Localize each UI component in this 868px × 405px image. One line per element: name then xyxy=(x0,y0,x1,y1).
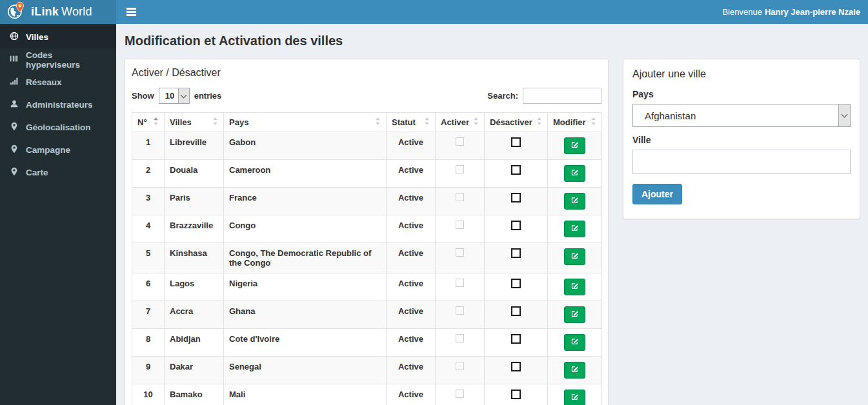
desactiver-checkbox[interactable] xyxy=(511,165,521,175)
modifier-button[interactable] xyxy=(564,390,585,405)
sidebar-item-label: Réseaux xyxy=(26,77,62,87)
edit-pencil-icon xyxy=(570,393,579,403)
sidebar-item-reseaux[interactable]: Réseaux xyxy=(0,71,116,94)
ajouter-ville-panel: Ajouter une ville Pays Afghanistan Ville… xyxy=(623,59,860,219)
brand-title: iLinkWorld xyxy=(31,5,92,19)
desactiver-checkbox[interactable] xyxy=(511,362,521,371)
desactiver-checkbox[interactable] xyxy=(511,334,521,344)
row-num: 8 xyxy=(132,329,165,357)
column-header-statut[interactable]: Statut xyxy=(387,113,436,132)
row-num: 1 xyxy=(132,132,165,160)
sidebar-item-label: Administrateurs xyxy=(26,100,93,110)
edit-pencil-icon xyxy=(570,365,579,375)
panel-title: Ajouter une ville xyxy=(632,68,851,80)
activer-desactiver-panel: Activer / Désactiver Show 10 entries xyxy=(125,59,609,405)
map-marker-icon xyxy=(10,167,19,178)
brand-link[interactable]: $ iLinkWorld xyxy=(0,0,116,24)
desactiver-checkbox[interactable] xyxy=(511,193,521,202)
row-ville: Lagos xyxy=(165,273,224,301)
row-statut: Active xyxy=(387,301,436,329)
desactiver-checkbox[interactable] xyxy=(511,279,521,288)
table-row: 1 Libreville Gabon Active xyxy=(132,132,602,160)
pays-select[interactable]: Afghanistan xyxy=(632,104,851,127)
sidebar-item-campagne[interactable]: Campagne xyxy=(0,139,116,161)
row-ville: Bamako xyxy=(165,384,224,405)
ajouter-button[interactable]: Ajouter xyxy=(632,184,682,204)
column-header-pays[interactable]: Pays xyxy=(224,113,387,132)
search-label: Search: xyxy=(487,91,518,101)
sort-icon xyxy=(536,117,542,127)
sidebar-item-villes[interactable]: Villes xyxy=(0,26,116,48)
desactiver-checkbox[interactable] xyxy=(511,221,521,230)
row-pays: Mali xyxy=(224,384,387,405)
sidebar-item-administrateurs[interactable]: Administrateurs xyxy=(0,94,116,116)
sort-icon xyxy=(375,117,381,127)
desactiver-checkbox[interactable] xyxy=(511,306,521,316)
activer-checkbox xyxy=(456,248,464,257)
row-statut: Active xyxy=(387,160,436,188)
search-input[interactable] xyxy=(523,88,601,104)
modifier-button[interactable] xyxy=(564,362,585,379)
column-header-activer[interactable]: Activer xyxy=(436,113,485,132)
welcome-message: BienvenueHanry Jean-pierre Nzale xyxy=(722,7,860,17)
table-row: 8 Abidjan Cote d'Ivoire Active xyxy=(132,329,602,357)
globe-icon xyxy=(10,32,19,43)
desactiver-checkbox[interactable] xyxy=(511,248,521,258)
modifier-button[interactable] xyxy=(564,279,585,295)
row-num: 7 xyxy=(132,301,165,329)
top-header: $ iLinkWorld BienvenueHanry Jean-pierre … xyxy=(0,0,868,24)
row-ville: Douala xyxy=(165,160,224,188)
edit-pencil-icon xyxy=(570,196,579,206)
modifier-button[interactable] xyxy=(564,248,585,265)
sort-icon xyxy=(590,117,596,127)
sidebar-toggle-hamburger-icon[interactable] xyxy=(116,0,146,24)
row-statut: Active xyxy=(387,215,436,243)
edit-pencil-icon xyxy=(570,141,579,151)
row-num: 4 xyxy=(132,215,165,243)
table-row: 9 Dakar Senegal Active xyxy=(132,357,602,384)
sidebar-item-geolocalisation[interactable]: Géolocalisation xyxy=(0,116,116,139)
row-ville: Accra xyxy=(165,301,224,329)
table-row: 5 Kinshasa Congo, The Democratic Republi… xyxy=(132,243,602,273)
desactiver-checkbox[interactable] xyxy=(511,390,521,399)
row-num: 9 xyxy=(132,357,165,384)
modifier-button[interactable] xyxy=(564,334,585,351)
ville-input[interactable] xyxy=(632,150,851,174)
column-header-modifier[interactable]: Modifier xyxy=(548,113,602,132)
table-row: 2 Douala Cameroon Active xyxy=(132,160,602,188)
row-num: 10 xyxy=(132,384,165,405)
activer-checkbox xyxy=(456,165,464,173)
row-num: 5 xyxy=(132,243,165,273)
column-header-villes[interactable]: Villes xyxy=(165,113,224,132)
modifier-button[interactable] xyxy=(564,193,585,210)
modifier-button[interactable] xyxy=(564,165,585,182)
sidebar-item-carte[interactable]: Carte xyxy=(0,161,116,184)
activer-checkbox xyxy=(456,362,464,370)
edit-pencil-icon xyxy=(570,310,579,320)
activer-checkbox xyxy=(456,306,464,315)
modifier-button[interactable] xyxy=(564,221,585,237)
modifier-button[interactable] xyxy=(564,306,585,323)
row-ville: Dakar xyxy=(165,357,224,384)
sidebar-item-codes-hyperviseurs[interactable]: Codes hyperviseurs xyxy=(0,48,116,71)
page-length-select[interactable]: 10 xyxy=(159,88,190,104)
signal-bars-icon xyxy=(10,77,19,88)
row-num: 2 xyxy=(132,160,165,188)
activer-checkbox xyxy=(456,193,464,201)
pays-label: Pays xyxy=(632,89,851,99)
desactiver-checkbox[interactable] xyxy=(511,137,521,147)
row-pays: Cote d'Ivoire xyxy=(224,329,387,357)
column-header-desactiver[interactable]: Désactiver xyxy=(485,113,548,132)
row-pays: Ghana xyxy=(224,301,387,329)
sort-icon xyxy=(424,117,430,127)
row-pays: Congo xyxy=(224,215,387,243)
main-content: Modification et Activation des villes Ac… xyxy=(116,24,868,405)
column-header-num[interactable]: N° xyxy=(132,113,165,132)
modifier-button[interactable] xyxy=(564,137,585,154)
map-marker-icon xyxy=(10,144,19,155)
user-icon xyxy=(10,99,19,110)
sidebar-item-label: Géolocalisation xyxy=(26,123,91,132)
row-pays: France xyxy=(224,188,387,215)
table-row: 4 Brazzaville Congo Active xyxy=(132,215,602,243)
row-statut: Active xyxy=(387,188,436,215)
